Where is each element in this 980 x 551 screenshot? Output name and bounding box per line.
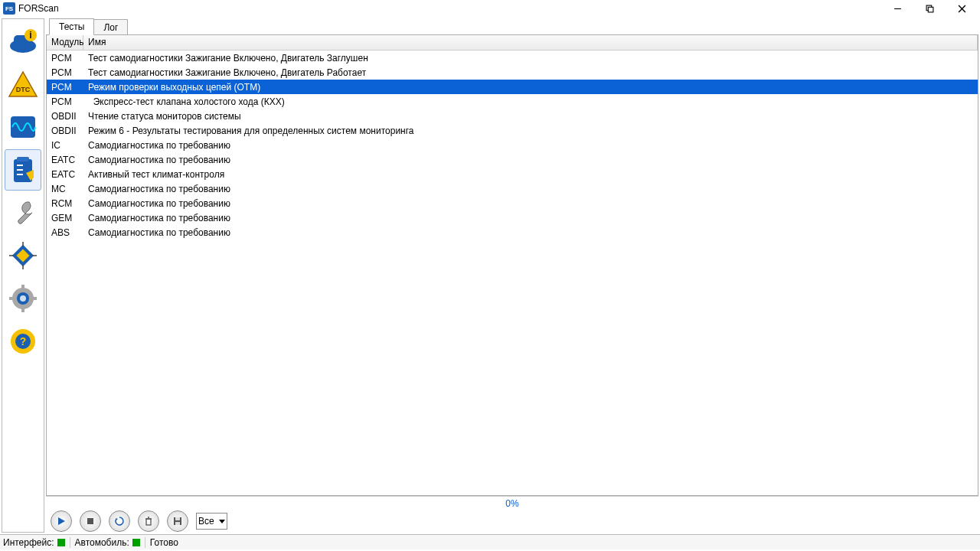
svg-rect-42 <box>175 522 180 525</box>
clear-button[interactable] <box>138 510 159 532</box>
table-row[interactable]: ABSСамодиагностика по требованию <box>47 225 978 240</box>
status-indicator-icon <box>132 539 140 546</box>
refresh-button[interactable] <box>109 510 130 532</box>
window-controls <box>888 2 977 15</box>
svg-rect-11 <box>11 116 35 138</box>
svg-rect-35 <box>87 518 93 524</box>
bottom-toolbar: Все <box>46 510 978 533</box>
svg-rect-30 <box>32 297 37 300</box>
table-row[interactable]: EATCАктивный тест климат-контроля <box>47 167 978 181</box>
main-panel: Тесты Лог Модуль Имя PCMТест самодиагнос… <box>46 18 978 533</box>
cell-name: Экспресс-тест клапана холостого хода (КХ… <box>83 96 978 108</box>
table-row[interactable]: PCM Экспресс-тест клапана холостого хода… <box>47 94 978 109</box>
svg-rect-27 <box>21 285 24 289</box>
maximize-button[interactable] <box>920 2 939 15</box>
tab-strip: Тесты Лог <box>46 18 978 35</box>
table-row[interactable]: OBDIIЧтение статуса мониторов системы <box>47 109 978 123</box>
cell-name: Тест самодиагностики Зажигание Включено,… <box>83 67 978 79</box>
tests-table: Модуль Имя PCMТест самодиагностики Зажиг… <box>46 34 978 496</box>
cell-name: Чтение статуса мониторов системы <box>83 110 978 122</box>
cell-module: PCM <box>47 67 83 79</box>
table-row[interactable]: PCMТест самодиагностики Зажигание Включе… <box>47 51 978 65</box>
cell-module: MC <box>47 183 83 195</box>
cell-name: Активный тест климат-контроля <box>83 168 978 181</box>
close-button[interactable] <box>952 2 971 15</box>
stop-button[interactable] <box>80 510 101 532</box>
progress-bar: 0% <box>46 496 978 510</box>
table-row[interactable]: PCMРежим проверки выходных цепей (OTM) <box>47 80 978 94</box>
filter-dropdown[interactable]: Все <box>196 513 227 530</box>
col-module[interactable]: Модуль <box>47 35 83 50</box>
sidebar-chip[interactable] <box>5 235 41 276</box>
cell-name: Самодиагностика по требованию <box>83 227 978 239</box>
svg-rect-28 <box>21 308 24 312</box>
table-row[interactable]: PCMТест самодиагностики Зажигание Включе… <box>47 65 978 80</box>
app-icon: FS <box>3 2 15 15</box>
titlebar: FS FORScan <box>0 0 980 17</box>
svg-rect-37 <box>146 519 151 525</box>
cell-name: Самодиагностика по требованию <box>83 183 978 195</box>
statusbar: Интерфейс: Автомобиль: Готово <box>0 534 980 549</box>
svg-text:?: ? <box>20 335 27 347</box>
cell-name: Самодиагностика по требованию <box>83 154 978 166</box>
svg-rect-29 <box>9 297 14 300</box>
play-button[interactable] <box>51 510 72 532</box>
cell-name: Самодиагностика по требованию <box>83 197 978 210</box>
status-vehicle: Автомобиль: <box>75 537 145 548</box>
table-header: Модуль Имя <box>47 35 978 51</box>
svg-marker-36 <box>116 518 118 520</box>
table-row[interactable]: RCMСамодиагностика по требованию <box>47 196 978 210</box>
cell-module: OBDII <box>47 110 83 122</box>
table-row[interactable]: ICСамодиагностика по требованию <box>47 138 978 152</box>
cell-module: ABS <box>47 227 83 239</box>
sidebar-service[interactable] <box>5 192 41 233</box>
chevron-down-icon <box>219 518 225 524</box>
cell-module: OBDII <box>47 125 83 137</box>
cell-name: Самодиагностика по требованию <box>83 212 978 224</box>
minimize-button[interactable] <box>888 2 906 15</box>
status-indicator-icon <box>57 539 65 546</box>
status-ready: Готово <box>150 537 183 548</box>
cell-module: PCM <box>47 81 83 93</box>
tab-log[interactable]: Лог <box>93 19 128 35</box>
cell-name: Самодиагностика по требованию <box>83 139 978 152</box>
status-interface: Интерфейс: <box>3 537 70 548</box>
cell-module: EATC <box>47 154 83 166</box>
tab-tests[interactable]: Тесты <box>49 18 94 35</box>
window-title: FORScan <box>18 3 888 14</box>
svg-text:i: i <box>29 30 31 41</box>
save-button[interactable] <box>167 510 188 532</box>
cell-module: RCM <box>47 197 83 210</box>
sidebar-dtc[interactable]: DTC <box>5 64 41 105</box>
cell-name: Режим 6 - Результаты тестирования для оп… <box>83 125 978 137</box>
filter-value: Все <box>198 516 214 527</box>
svg-point-26 <box>20 295 26 302</box>
svg-rect-41 <box>175 517 180 520</box>
sidebar-live-data[interactable] <box>5 106 41 148</box>
cell-module: EATC <box>47 168 83 181</box>
cell-module: PCM <box>47 96 83 108</box>
table-row[interactable]: OBDIIРежим 6 - Результаты тестирования д… <box>47 123 978 138</box>
table-row[interactable]: GEMСамодиагностика по требованию <box>47 210 978 225</box>
table-row[interactable]: EATCСамодиагностика по требованию <box>47 152 978 167</box>
table-row[interactable]: MCСамодиагностика по требованию <box>47 181 978 196</box>
sidebar-help[interactable]: ? <box>5 321 41 362</box>
cell-name: Режим проверки выходных цепей (OTM) <box>83 81 978 93</box>
cell-module: IC <box>47 139 83 152</box>
cell-module: PCM <box>47 52 83 64</box>
cell-name: Тест самодиагностики Зажигание Включено,… <box>83 52 978 64</box>
col-name[interactable]: Имя <box>83 35 978 50</box>
svg-text:DTC: DTC <box>16 86 31 93</box>
svg-marker-34 <box>58 517 65 525</box>
sidebar-vehicle-info[interactable]: i <box>5 21 41 62</box>
sidebar: i DTC ? <box>2 18 44 533</box>
sidebar-tests[interactable] <box>5 149 41 191</box>
sidebar-settings[interactable] <box>5 278 41 319</box>
cell-module: GEM <box>47 212 83 224</box>
svg-rect-13 <box>17 157 29 161</box>
svg-rect-2 <box>928 7 933 12</box>
svg-marker-43 <box>219 520 225 523</box>
